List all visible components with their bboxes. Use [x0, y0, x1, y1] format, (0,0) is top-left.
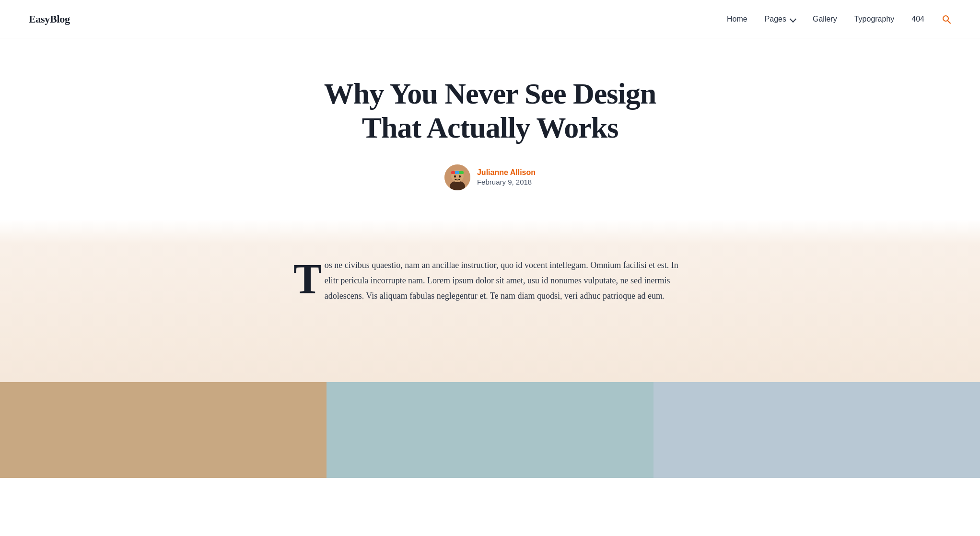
image-tile-3 — [653, 382, 980, 478]
author-date: February 9, 2018 — [477, 178, 536, 186]
nav-pages[interactable]: Pages — [765, 15, 795, 23]
nav-home[interactable]: Home — [727, 15, 747, 23]
author-row: Julianne Allison February 9, 2018 — [19, 164, 961, 190]
site-logo[interactable]: EasyBlog — [29, 13, 70, 25]
article-title: Why You Never See Design That Actually W… — [308, 77, 672, 145]
nav-typography[interactable]: Typography — [854, 15, 895, 23]
svg-rect-8 — [459, 171, 464, 174]
image-strip — [0, 382, 980, 478]
hero-section: Why You Never See Design That Actually W… — [0, 38, 980, 219]
site-header: EasyBlog Home Pages Gallery Typography 4… — [0, 0, 980, 38]
article-body: Tos ne civibus quaestio, nam an ancillae… — [293, 257, 687, 303]
svg-point-10 — [459, 175, 461, 177]
drop-cap: T — [293, 261, 322, 297]
author-info: Julianne Allison February 9, 2018 — [477, 168, 536, 186]
nav-404[interactable]: 404 — [911, 15, 924, 23]
svg-rect-7 — [455, 171, 459, 174]
svg-point-9 — [454, 175, 456, 177]
nav-gallery[interactable]: Gallery — [813, 15, 837, 23]
article-content: Tos ne civibus quaestio, nam an ancillae… — [0, 219, 980, 382]
main-nav: Home Pages Gallery Typography 404 — [727, 14, 951, 24]
search-icon[interactable] — [942, 14, 951, 24]
chevron-down-icon — [790, 15, 796, 22]
image-tile-2 — [327, 382, 653, 478]
svg-line-1 — [948, 21, 951, 23]
article-paragraph: Tos ne civibus quaestio, nam an ancillae… — [293, 257, 687, 303]
svg-rect-6 — [451, 171, 455, 174]
author-name: Julianne Allison — [477, 168, 536, 177]
image-tile-1 — [0, 382, 327, 478]
author-avatar — [444, 164, 470, 190]
